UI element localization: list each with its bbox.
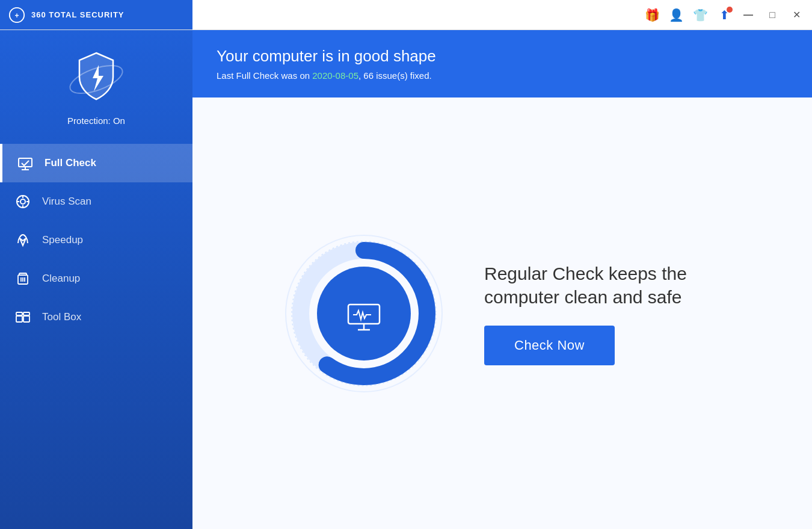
title-bar-left: + 360 TOTAL SECURITY bbox=[0, 0, 192, 29]
svg-rect-3 bbox=[19, 158, 32, 167]
sidebar-item-full-check[interactable]: Full Check bbox=[0, 144, 192, 182]
sidebar-item-speedup[interactable]: Speedup bbox=[0, 221, 192, 259]
nav-list: Full Check Virus Scan bbox=[0, 144, 192, 529]
status-title: Your computer is in good shape bbox=[217, 47, 788, 66]
title-bar: + 360 TOTAL SECURITY 🎁 👤 👕 ⬆ — □ ✕ bbox=[0, 0, 812, 30]
sidebar-item-cleanup[interactable]: Cleanup bbox=[0, 259, 192, 298]
svg-point-7 bbox=[20, 199, 25, 204]
shield-logo-icon bbox=[66, 48, 126, 108]
shirt-button[interactable]: 👕 bbox=[689, 4, 711, 26]
svg-rect-19 bbox=[16, 312, 22, 315]
app-logo-icon: + bbox=[8, 7, 25, 23]
toolbox-icon bbox=[14, 309, 31, 326]
gift-icon: 🎁 bbox=[645, 8, 660, 22]
sidebar-label-toolbox: Tool Box bbox=[42, 311, 81, 323]
sidebar-item-virus-scan[interactable]: Virus Scan bbox=[0, 182, 192, 221]
speedup-icon bbox=[14, 232, 31, 249]
status-prefix: Last Full Check was on bbox=[217, 70, 312, 81]
check-now-button[interactable]: Check Now bbox=[484, 326, 615, 365]
app-title: 360 TOTAL SECURITY bbox=[31, 10, 125, 19]
upload-button[interactable]: ⬆ bbox=[713, 4, 735, 26]
right-panel: Regular Check keeps the computer clean a… bbox=[484, 262, 725, 365]
sidebar-label-full-check: Full Check bbox=[45, 157, 96, 169]
sidebar-item-toolbox[interactable]: Tool Box bbox=[0, 298, 192, 336]
sidebar-label-virus-scan: Virus Scan bbox=[42, 196, 91, 208]
tagline: Regular Check keeps the computer clean a… bbox=[484, 262, 725, 309]
minimize-button[interactable]: — bbox=[737, 4, 759, 26]
main-layout: Protection: On Full Check bbox=[0, 30, 812, 529]
svg-rect-18 bbox=[23, 316, 29, 322]
sidebar: Protection: On Full Check bbox=[0, 30, 192, 529]
notification-badge bbox=[727, 7, 733, 13]
svg-rect-20 bbox=[23, 312, 29, 315]
full-check-icon bbox=[17, 155, 34, 172]
user-button[interactable]: 👤 bbox=[665, 4, 687, 26]
close-icon: ✕ bbox=[793, 9, 801, 20]
cleanup-icon bbox=[14, 270, 31, 287]
title-bar-right: 🎁 👤 👕 ⬆ — □ ✕ bbox=[192, 0, 812, 29]
donut-chart bbox=[280, 229, 448, 398]
status-date: 2020-08-05 bbox=[312, 70, 358, 81]
status-subtitle: Last Full Check was on 2020-08-05, 66 is… bbox=[217, 70, 788, 81]
status-banner: Your computer is in good shape Last Full… bbox=[192, 30, 812, 97]
protection-status: Protection: On bbox=[67, 116, 125, 126]
virus-scan-icon bbox=[14, 193, 31, 210]
shirt-icon: 👕 bbox=[693, 8, 708, 22]
status-suffix: , 66 issue(s) fixed. bbox=[358, 70, 432, 81]
svg-text:+: + bbox=[14, 11, 19, 19]
maximize-icon: □ bbox=[769, 10, 775, 20]
sidebar-label-cleanup: Cleanup bbox=[42, 273, 80, 285]
content-area: Your computer is in good shape Last Full… bbox=[192, 30, 812, 529]
maximize-button[interactable]: □ bbox=[761, 4, 783, 26]
main-content: Regular Check keeps the computer clean a… bbox=[192, 97, 812, 529]
logo-area: Protection: On bbox=[0, 30, 192, 138]
svg-rect-17 bbox=[16, 316, 22, 322]
svg-point-25 bbox=[317, 267, 411, 360]
donut-svg bbox=[280, 229, 448, 398]
close-button[interactable]: ✕ bbox=[786, 4, 807, 26]
minimize-icon: — bbox=[743, 10, 753, 20]
gift-button[interactable]: 🎁 bbox=[641, 4, 663, 26]
user-icon: 👤 bbox=[669, 8, 684, 22]
sidebar-label-speedup: Speedup bbox=[42, 234, 83, 246]
